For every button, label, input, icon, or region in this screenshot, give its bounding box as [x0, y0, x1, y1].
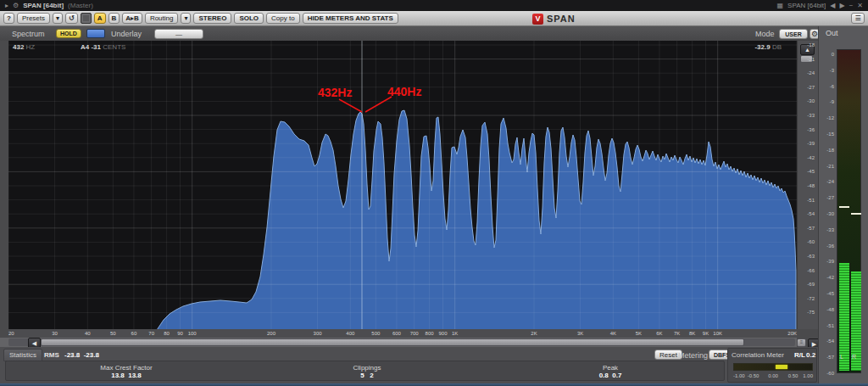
correlation-value: 0.2: [806, 351, 815, 359]
hide-meters-button[interactable]: HIDE METERS AND STATS: [303, 13, 398, 24]
meter-scale-label: -54: [826, 338, 834, 344]
meter-scale-label: -15: [826, 131, 834, 137]
freq-axis-label: 20: [8, 330, 14, 337]
freq-axis-label: 600: [392, 330, 401, 337]
close-icon[interactable]: ✕: [857, 0, 863, 11]
a-to-b-button[interactable]: A▸B: [122, 13, 142, 24]
readout-note-unit: CENTS: [103, 43, 125, 51]
correlation-indicator: [776, 365, 787, 369]
correlation-scale-label: 0.50: [788, 373, 798, 378]
spectrum-plot[interactable]: 432 HZ A4 -31 CENTS -32.9 DB 432Hz440Hz: [8, 41, 797, 329]
db-scale-label: -75: [807, 310, 815, 315]
spectrum-canvas: [8, 41, 797, 329]
next-plugin-icon[interactable]: ▶: [839, 0, 844, 11]
freq-axis-label: 900: [438, 330, 447, 337]
freq-axis-label: 800: [426, 330, 434, 337]
copy-to-button[interactable]: Copy to: [266, 13, 300, 24]
menu-icon[interactable]: ☰: [851, 13, 865, 24]
routing-button[interactable]: Routing: [145, 13, 179, 24]
peak-hold-l: [839, 206, 849, 208]
meter-scale-label: -12: [826, 115, 834, 120]
meter-channel-label: R: [852, 354, 856, 360]
freq-axis-label: 80: [164, 330, 170, 337]
scrollbar-thumb[interactable]: [41, 338, 744, 346]
mode-select-button[interactable]: USER: [779, 29, 808, 39]
color-swatch-button[interactable]: [81, 13, 92, 24]
titlebar: ▸ ⚙ SPAN [64bit] (Master) ▦ SPAN [64bit]…: [0, 0, 868, 11]
presets-dropdown-icon[interactable]: ▾: [53, 13, 63, 24]
readout-level-unit: DB: [772, 43, 782, 51]
meter-scale-label: -21: [826, 164, 834, 169]
underlay-select-button[interactable]: —: [154, 29, 203, 39]
ab-a-button[interactable]: A: [94, 13, 106, 24]
readout-level: -32.9: [754, 43, 770, 51]
meter-scale-label: -51: [826, 323, 834, 328]
window-title-right: SPAN [64bit]: [787, 2, 826, 9]
window-context: (Master): [68, 2, 93, 9]
help-button[interactable]: ?: [3, 13, 14, 24]
freq-axis-label: 40: [85, 330, 91, 337]
frequency-axis: 2030405060708090100200300400500600700800…: [8, 329, 797, 338]
db-scale-label: -27: [807, 85, 815, 90]
statistics-panel: Statistics RMS -23.8 -23.8 Max Crest Fac…: [0, 347, 818, 383]
collapse-icon[interactable]: ▸: [5, 0, 8, 11]
undo-icon[interactable]: ↺: [65, 13, 78, 24]
stereo-button[interactable]: STEREO: [193, 13, 231, 24]
db-scale-label: -30: [807, 98, 815, 103]
peak-hold-r: [851, 213, 861, 215]
freq-axis-label: 2K: [531, 330, 537, 337]
output-meter-panel: Out 0-3-6-9-12-15-18-21-24-27-30-33-36-3…: [818, 26, 868, 386]
db-scale-label: -48: [807, 183, 815, 188]
underlay-label: Underlay: [111, 30, 142, 38]
meter-scale-label: -3: [830, 68, 834, 73]
readout-note: A4 -31: [81, 43, 101, 51]
freq-axis-label: 7K: [674, 330, 680, 337]
db-scale-label: -45: [807, 169, 815, 174]
routing-dropdown-icon[interactable]: ▾: [181, 13, 191, 24]
db-scale-label: -18: [807, 42, 815, 48]
spectrum-controls-row: Spectrum HOLD Underlay — Mode USER ⚙: [0, 26, 868, 41]
solo-button[interactable]: SOLO: [234, 13, 264, 24]
hold-button[interactable]: HOLD: [56, 29, 81, 38]
tab-statistics[interactable]: Statistics: [3, 349, 42, 361]
freq-axis-label: 70: [148, 330, 154, 337]
freq-axis-label: 10K: [713, 330, 722, 337]
freq-axis-label: 50: [110, 330, 116, 337]
freq-axis-label: 100: [188, 330, 197, 337]
db-scale-label: -72: [807, 296, 815, 301]
presets-button[interactable]: Presets: [17, 13, 50, 24]
db-scale-strip: ▲ -18-21-24-27-30-33-36-39-42-45-48-51-5…: [797, 41, 818, 329]
correlation-scale-label: 1.00: [803, 373, 813, 378]
correlation-scale: -1.00-0.500.000.501.00: [733, 373, 813, 380]
meter-scale-label: -57: [826, 355, 834, 360]
db-scale-label: -54: [807, 211, 815, 216]
minimize-icon[interactable]: −: [849, 0, 854, 11]
stat-group-clippings: Clippings5 2: [353, 364, 381, 379]
meter-scale-label: -30: [826, 211, 834, 216]
peak-annotation: 432Hz: [318, 86, 352, 99]
freq-axis-label: 8K: [689, 330, 695, 337]
meter-scale-label: -36: [826, 243, 834, 249]
spectrum-label: Spectrum: [12, 30, 45, 38]
out-tab[interactable]: Out: [826, 29, 838, 37]
prev-plugin-icon[interactable]: ◀: [830, 0, 835, 11]
meter-scale-label: -39: [826, 259, 834, 264]
meter-scale-label: -33: [826, 227, 834, 232]
grid-icon[interactable]: ▦: [777, 0, 784, 11]
freq-axis-label: 4K: [610, 330, 616, 337]
voxengo-logo: V SPAN: [532, 11, 576, 26]
correlation-scale-label: 0.00: [768, 373, 778, 378]
fx-gear-icon[interactable]: ⚙: [13, 0, 19, 11]
db-scale-label: -33: [807, 113, 815, 118]
meter-scale-label: -60: [826, 371, 834, 376]
span-plugin-window: ▸ ⚙ SPAN [64bit] (Master) ▦ SPAN [64bit]…: [0, 0, 868, 386]
spectrum-color-swatch[interactable]: [86, 29, 105, 38]
zoom-slider-thumb[interactable]: ≡: [797, 338, 806, 347]
rms-label: RMS: [44, 351, 59, 359]
mode-label: Mode: [755, 30, 775, 38]
freq-axis-label: 20K: [787, 330, 797, 337]
meter-channel-label: L: [840, 354, 843, 360]
ab-b-button[interactable]: B: [108, 13, 120, 24]
freq-axis-label: 300: [314, 330, 322, 337]
meter-scale-label: -45: [826, 291, 834, 296]
